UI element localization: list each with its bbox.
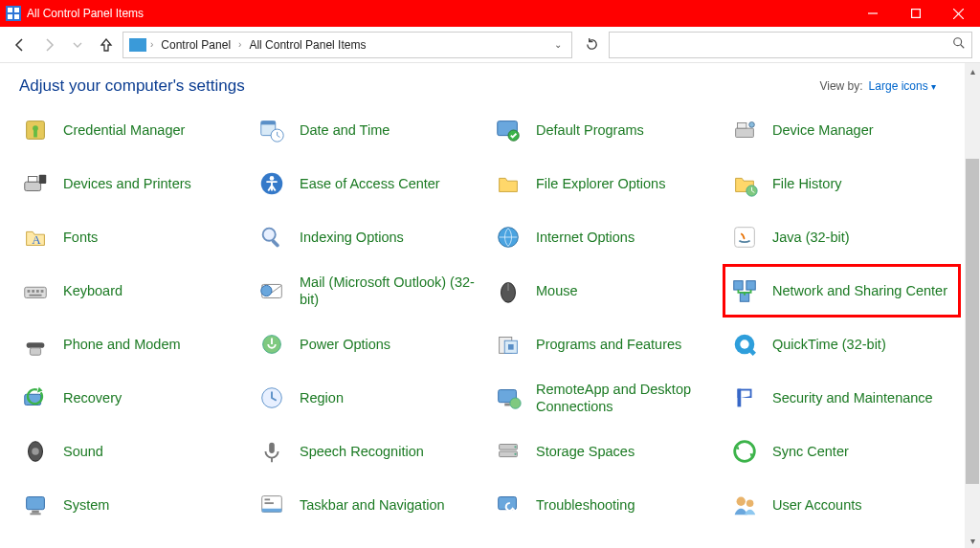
cp-item-label: Region	[300, 389, 344, 406]
devicemgr-icon	[728, 114, 761, 146]
ease-icon	[256, 167, 288, 200]
svg-rect-2	[8, 14, 12, 19]
cp-item-filehist[interactable]: File History	[728, 163, 955, 205]
cp-item-users[interactable]: User Accounts	[728, 484, 955, 526]
cp-item-label: File Explorer Options	[536, 175, 665, 192]
cp-item-internet[interactable]: Internet Options	[492, 216, 719, 258]
cp-item-sound[interactable]: Sound	[19, 430, 246, 472]
maximize-button[interactable]	[894, 0, 937, 27]
svg-text:A: A	[32, 232, 41, 247]
address-bar[interactable]: › Control Panel › All Control Panel Item…	[122, 32, 572, 58]
svg-rect-22	[29, 177, 37, 183]
users-icon	[728, 489, 761, 521]
back-button[interactable]	[8, 33, 33, 57]
cp-item-label: File History	[772, 175, 842, 192]
cp-item-mouse[interactable]: Mouse	[492, 270, 719, 312]
cp-item-devicemgr[interactable]: Device Manager	[728, 109, 955, 151]
search-box[interactable]	[609, 32, 972, 58]
fonts-icon: A	[19, 221, 52, 253]
cp-item-defaultprog[interactable]: Default Programs	[492, 109, 719, 151]
cp-item-programs[interactable]: Programs and Features	[492, 323, 719, 365]
cp-item-security[interactable]: Security and Maintenance	[728, 377, 955, 419]
speech-icon	[256, 435, 288, 468]
cp-item-devprint[interactable]: Devices and Printers	[19, 163, 246, 205]
cp-item-label: Mail (Microsoft Outlook) (32-bit)	[300, 274, 477, 308]
control-panel-icon	[129, 38, 146, 52]
cp-item-label: RemoteApp and Desktop Connections	[536, 381, 713, 415]
cp-item-taskbar[interactable]: Taskbar and Navigation	[256, 484, 482, 526]
java-icon	[728, 221, 761, 253]
cp-item-trouble[interactable]: Troubleshooting	[492, 484, 719, 526]
cp-item-sync[interactable]: Sync Center	[728, 430, 955, 472]
scrollbar[interactable]: ▴ ▾	[965, 63, 980, 548]
breadcrumb-seg-2[interactable]: All Control Panel Items	[245, 36, 369, 54]
cp-item-workfolders[interactable]: Work Folders	[256, 537, 482, 548]
recovery-icon	[19, 382, 52, 414]
cp-item-mail[interactable]: Mail (Microsoft Outlook) (32-bit)	[256, 270, 482, 312]
svg-point-68	[514, 453, 516, 455]
svg-point-79	[746, 499, 754, 507]
recent-dropdown-button[interactable]	[65, 33, 90, 57]
minimize-button[interactable]	[851, 0, 894, 27]
cp-item-fonts[interactable]: AFonts	[19, 216, 246, 258]
up-button[interactable]	[94, 33, 119, 57]
cp-item-network[interactable]: Network and Sharing Center	[728, 270, 955, 312]
cp-item-label: Device Manager	[772, 121, 874, 139]
breadcrumb-seg-1[interactable]: Control Panel	[157, 36, 234, 54]
svg-rect-21	[25, 182, 41, 190]
datetime-icon	[256, 114, 288, 146]
cp-item-label: Mouse	[536, 282, 578, 299]
cp-item-power[interactable]: Power Options	[256, 323, 482, 365]
search-input[interactable]	[615, 37, 952, 53]
cp-item-storage[interactable]: Storage Spaces	[492, 430, 719, 472]
cp-item-fileexp[interactable]: File Explorer Options	[492, 163, 719, 205]
cp-item-firewall[interactable]: Windows Defender Firewall	[19, 537, 246, 548]
cp-item-recovery[interactable]: Recovery	[19, 377, 246, 419]
cp-item-label: Programs and Features	[536, 336, 681, 353]
svg-rect-37	[29, 295, 41, 296]
svg-point-8	[954, 38, 962, 46]
firewall-icon	[19, 542, 52, 548]
svg-rect-57	[504, 404, 510, 406]
cp-item-label: Storage Spaces	[536, 443, 635, 460]
scroll-down-arrow-icon[interactable]: ▾	[965, 533, 980, 548]
chevron-down-icon: ▾	[931, 81, 936, 92]
cp-item-credential[interactable]: Credential Manager	[19, 109, 246, 151]
scroll-up-arrow-icon[interactable]: ▴	[965, 63, 980, 78]
svg-point-69	[735, 442, 755, 462]
close-button[interactable]	[937, 0, 980, 27]
sync-icon	[728, 435, 761, 468]
view-by-value[interactable]: Large icons ▾	[869, 79, 936, 93]
view-by-label: View by:	[819, 79, 862, 93]
svg-rect-23	[39, 175, 47, 184]
svg-rect-34	[32, 290, 34, 293]
sound-icon	[19, 435, 52, 468]
svg-point-28	[263, 229, 276, 241]
cp-item-java[interactable]: Java (32-bit)	[728, 216, 955, 258]
address-dropdown-icon[interactable]: ⌄	[550, 39, 566, 50]
cp-item-keyboard[interactable]: Keyboard	[19, 270, 246, 312]
cp-item-ease[interactable]: Ease of Access Center	[256, 163, 482, 205]
window-title: All Control Panel Items	[27, 7, 851, 20]
cp-item-datetime[interactable]: Date and Time	[256, 109, 482, 151]
cp-item-system[interactable]: System	[19, 484, 246, 526]
cp-item-quicktime[interactable]: QuickTime (32-bit)	[728, 323, 955, 365]
cp-item-indexing[interactable]: Indexing Options	[256, 216, 482, 258]
cp-item-phone[interactable]: Phone and Modem	[19, 323, 246, 365]
search-icon	[952, 36, 966, 53]
svg-rect-29	[271, 239, 279, 248]
cp-item-remoteapp[interactable]: RemoteApp and Desktop Connections	[492, 377, 719, 419]
svg-point-20	[749, 122, 755, 128]
security-icon	[728, 382, 761, 414]
svg-rect-1	[14, 8, 19, 12]
nav-row: › Control Panel › All Control Panel Item…	[0, 27, 980, 63]
region-icon	[256, 382, 288, 414]
cp-item-region[interactable]: Region	[256, 377, 482, 419]
keyboard-icon	[19, 274, 52, 307]
cp-item-speech[interactable]: Speech Recognition	[256, 430, 482, 472]
svg-point-62	[32, 448, 39, 455]
forward-button[interactable]	[36, 33, 61, 57]
refresh-button[interactable]	[578, 32, 605, 58]
scroll-thumb[interactable]	[966, 159, 979, 484]
programs-icon	[492, 328, 524, 361]
